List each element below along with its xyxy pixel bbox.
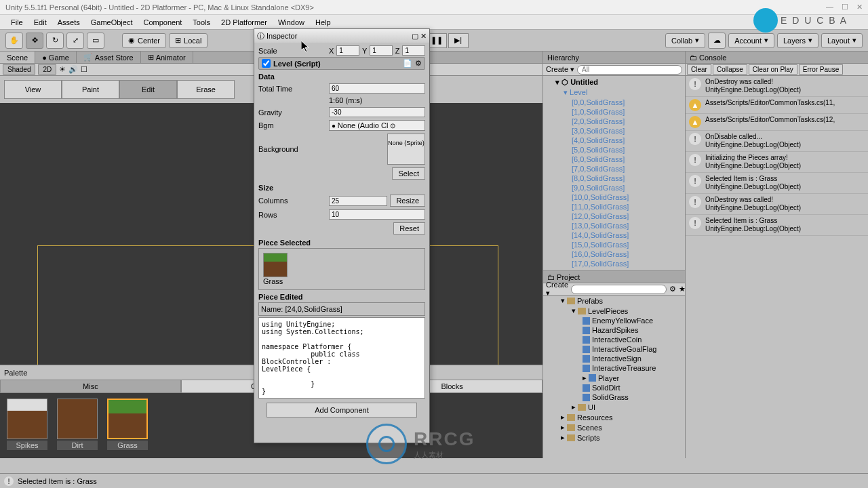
console-clear[interactable]: Clear — [687, 64, 711, 75]
console-log-item[interactable]: !OnDisable called...UnityEngine.Debug:Lo… — [686, 131, 868, 152]
menu-help[interactable]: Help — [310, 17, 336, 28]
project-item[interactable]: InteractiveGoalFlag — [543, 344, 685, 354]
menu-gameobject[interactable]: GameObject — [85, 17, 138, 28]
light-icon[interactable]: ☀ — [59, 65, 66, 74]
hierarchy-item[interactable]: [0,0,SolidGrass] — [543, 98, 685, 107]
project-scenes[interactable]: ▸ Scenes — [543, 422, 685, 432]
hierarchy-item[interactable]: [14,0,SolidGrass] — [543, 230, 685, 240]
scale-y-input[interactable] — [370, 45, 393, 56]
hierarchy-item[interactable]: [12,0,SolidGrass] — [543, 211, 685, 221]
account-dropdown[interactable]: Account ▾ — [728, 33, 774, 48]
tab-game[interactable]: ● Game — [35, 52, 77, 63]
scale-x-input[interactable] — [336, 45, 359, 56]
console-log-item[interactable]: ▲Assets/Scripts/Editor/CommonTasks.cs(11… — [686, 97, 868, 114]
hierarchy-item[interactable]: [4,0,SolidGrass] — [543, 136, 685, 145]
console-log-item[interactable]: !Initializing the Pieces array!UnityEngi… — [686, 152, 868, 173]
project-prefabs[interactable]: ▾ Prefabs — [543, 296, 685, 306]
rect-tool[interactable]: ▭ — [87, 33, 104, 49]
hierarchy-item[interactable]: [10,0,SolidGrass] — [543, 192, 685, 202]
project-filter-icon[interactable]: ⚙ — [669, 285, 676, 293]
bgm-field[interactable]: ● None (Audio Cl ⊙ — [329, 120, 425, 131]
menu-component[interactable]: Component — [138, 17, 187, 28]
2d-toggle[interactable]: 2D — [38, 64, 56, 75]
rotate-tool[interactable]: ↻ — [46, 33, 64, 49]
layout-dropdown[interactable]: Layout ▾ — [821, 33, 863, 48]
inspector-tab[interactable]: ⓘ Inspector — [257, 31, 297, 41]
reset-button[interactable]: Reset — [393, 222, 425, 235]
move-tool[interactable]: ✥ — [26, 33, 43, 49]
hierarchy-item[interactable]: [2,0,SolidGrass] — [543, 117, 685, 126]
fx-icon[interactable]: ☐ — [81, 65, 87, 74]
menu-edit[interactable]: Edit — [28, 17, 52, 28]
project-item[interactable]: HazardSpikes — [543, 325, 685, 335]
project-item[interactable]: SolidGrass — [543, 392, 685, 402]
inspector-close-icon[interactable]: ✕ — [420, 32, 427, 40]
hierarchy-item[interactable]: [17,0,SolidGrass] — [543, 259, 685, 268]
hierarchy-item[interactable]: [8,0,SolidGrass] — [543, 174, 685, 183]
hierarchy-search[interactable] — [577, 65, 682, 75]
project-item[interactable]: SolidDirt — [543, 383, 685, 392]
scale-z-input[interactable] — [402, 45, 425, 56]
menu-file[interactable]: File — [5, 17, 28, 28]
mode-erase[interactable]: Erase — [177, 80, 235, 99]
palette-dirt[interactable]: Dirt — [56, 399, 99, 453]
columns-input[interactable] — [329, 196, 387, 206]
hierarchy-item[interactable]: [1,0,SolidGrass] — [543, 107, 685, 117]
menu-tools[interactable]: Tools — [187, 17, 216, 28]
console-log-item[interactable]: ▲Assets/Scripts/Editor/CommonTasks.cs(12… — [686, 114, 868, 131]
project-ui[interactable]: ▸ UI — [543, 402, 685, 412]
hierarchy-level[interactable]: ▾ Level — [543, 87, 685, 98]
project-item[interactable]: InteractiveTreasure — [543, 363, 685, 373]
project-item[interactable]: InteractiveCoin — [543, 335, 685, 344]
hierarchy-item[interactable]: [13,0,SolidGrass] — [543, 221, 685, 230]
tab-assetstore[interactable]: 🛒 Asset Store — [77, 52, 141, 63]
script-ref-icon[interactable]: 📄 — [403, 59, 412, 68]
palette-tab-misc[interactable]: Misc — [0, 380, 181, 393]
console-log-item[interactable]: !OnDestroy was called!UnityEngine.Debug:… — [686, 194, 868, 215]
console-clearonplay[interactable]: Clear on Play — [749, 64, 797, 75]
pivot-center[interactable]: ◉ Center — [122, 33, 166, 48]
script-gear-icon[interactable]: ⚙ — [415, 59, 422, 68]
menu-2dplatformer[interactable]: 2D Platformer — [216, 17, 273, 28]
background-sprite[interactable]: None (Sprite) — [387, 134, 425, 165]
audio-icon[interactable]: 🔊 — [68, 65, 78, 74]
scale-tool[interactable]: ⤢ — [66, 33, 84, 49]
layers-dropdown[interactable]: Layers ▾ — [777, 33, 818, 48]
rows-input[interactable] — [329, 209, 425, 220]
project-item[interactable]: EnemyYellowFace — [543, 316, 685, 325]
console-collapse[interactable]: Collapse — [713, 64, 747, 75]
console-log-item[interactable]: !OnDestroy was called!UnityEngine.Debug:… — [686, 76, 868, 97]
pivot-local[interactable]: ⊞ Local — [169, 33, 208, 48]
mode-view[interactable]: View — [4, 80, 62, 99]
resize-button[interactable]: Resize — [390, 195, 425, 207]
menu-window[interactable]: Window — [273, 17, 310, 28]
project-resources[interactable]: ▸ Resources — [543, 412, 685, 422]
hierarchy-item[interactable]: [15,0,SolidGrass] — [543, 240, 685, 249]
hierarchy-item[interactable]: [3,0,SolidGrass] — [543, 126, 685, 136]
hierarchy-item[interactable]: [9,0,SolidGrass] — [543, 183, 685, 192]
mode-edit[interactable]: Edit — [119, 80, 177, 99]
hierarchy-item[interactable]: [5,0,SolidGrass] — [543, 145, 685, 155]
palette-spikes[interactable]: Spikes — [5, 399, 49, 453]
console-log-item[interactable]: !Selected Item is : GrassUnityEngine.Deb… — [686, 215, 868, 236]
inspector-maximize-icon[interactable]: ▢ — [412, 32, 418, 40]
hierarchy-item[interactable]: [6,0,SolidGrass] — [543, 155, 685, 164]
mode-paint[interactable]: Paint — [62, 80, 119, 99]
select-button[interactable]: Select — [392, 167, 425, 180]
step-button[interactable]: ▶| — [448, 33, 469, 48]
hierarchy-item[interactable]: [7,0,SolidGrass] — [543, 164, 685, 174]
hierarchy-scene-root[interactable]: ▾ ⬡ Untitled — [543, 77, 685, 87]
hand-tool[interactable]: ✋ — [5, 33, 23, 49]
hierarchy-create[interactable]: Create ▾ — [546, 65, 574, 74]
collab-dropdown[interactable]: Collab ▾ — [665, 33, 705, 48]
project-item[interactable]: InteractiveSign — [543, 354, 685, 363]
menu-assets[interactable]: Assets — [52, 17, 85, 28]
hierarchy-item[interactable]: [16,0,SolidGrass] — [543, 249, 685, 259]
level-script-toggle[interactable] — [262, 59, 271, 68]
console-errorpause[interactable]: Error Pause — [799, 64, 843, 75]
tab-animator[interactable]: ⊞ Animator — [141, 52, 193, 63]
palette-grass[interactable]: Grass — [106, 399, 149, 453]
add-component-button[interactable]: Add Component — [267, 403, 416, 418]
shaded-dropdown[interactable]: Shaded — [3, 64, 35, 75]
hierarchy-item[interactable]: [11,0,SolidGrass] — [543, 202, 685, 211]
